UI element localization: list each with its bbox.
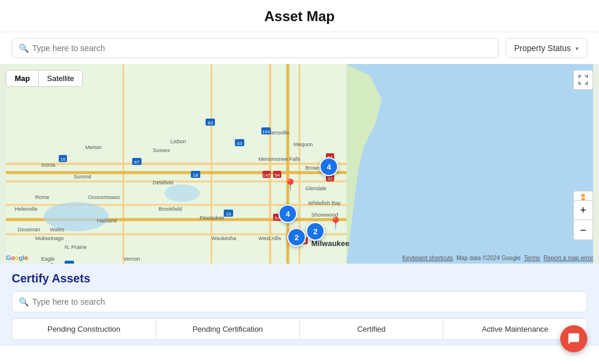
svg-text:83: 83 xyxy=(237,141,243,146)
svg-text:Mequon: Mequon xyxy=(294,141,313,147)
fullscreen-button[interactable] xyxy=(573,70,593,90)
svg-text:Helenville: Helenville xyxy=(15,206,38,212)
svg-text:Lisbon: Lisbon xyxy=(170,139,186,144)
map-pin-2[interactable]: 📍 xyxy=(328,216,343,230)
svg-text:Mukwonago: Mukwonago xyxy=(35,235,64,241)
zoom-in-button[interactable]: + xyxy=(573,200,593,220)
svg-text:16: 16 xyxy=(60,157,66,162)
zoom-controls: + − xyxy=(573,200,593,240)
svg-rect-0 xyxy=(346,64,593,264)
svg-text:94: 94 xyxy=(275,173,280,178)
search-icon: 🔍 xyxy=(19,43,29,53)
svg-text:Vernon: Vernon xyxy=(123,256,140,262)
svg-text:Whitefish Bay: Whitefish Bay xyxy=(308,200,341,206)
bottom-search-icon: 🔍 xyxy=(19,297,29,306)
bottom-search-wrapper: 🔍 xyxy=(12,291,587,312)
cluster-marker-3[interactable]: 2 xyxy=(306,222,325,241)
svg-text:N. Prairie: N. Prairie xyxy=(65,244,87,250)
svg-text:32: 32 xyxy=(328,176,333,181)
map-container: Mukwonago Palmyra Oconomowoc Hartland Ix… xyxy=(0,64,599,264)
svg-point-15 xyxy=(164,184,200,202)
tab-pending-certification[interactable]: Pending Certification xyxy=(156,318,300,340)
google-logo: Google xyxy=(6,254,28,261)
svg-text:Eagle: Eagle xyxy=(41,256,55,262)
svg-text:Ixonia: Ixonia xyxy=(41,162,55,168)
svg-text:Rome: Rome xyxy=(35,194,49,200)
svg-text:Wales: Wales xyxy=(50,227,65,232)
svg-text:Delafield: Delafield xyxy=(153,180,173,186)
svg-text:Hartland: Hartland xyxy=(97,218,117,224)
tab-certified[interactable]: Certified xyxy=(300,318,443,340)
map-attribution: Keyboard shortcuts Map data ©2024 Google… xyxy=(402,255,593,261)
map-view-toggle: Map Satellite xyxy=(6,70,83,87)
svg-text:83: 83 xyxy=(208,120,213,126)
search-wrapper: 🔍 xyxy=(12,38,499,58)
svg-text:Dousman: Dousman xyxy=(18,227,41,232)
tab-pending-construction[interactable]: Pending Construction xyxy=(12,318,156,340)
cluster-marker-1[interactable]: 4 xyxy=(319,157,338,176)
svg-text:Sussex: Sussex xyxy=(153,147,170,153)
map-pin-1[interactable]: 📍 xyxy=(283,178,298,192)
cluster-marker-4[interactable]: 2 xyxy=(287,228,306,247)
chat-fab-button[interactable] xyxy=(560,325,587,352)
svg-text:Menomonee Falls: Menomonee Falls xyxy=(258,156,301,162)
property-status-label: Property Status xyxy=(514,43,571,53)
svg-text:18: 18 xyxy=(193,173,198,178)
zoom-out-button[interactable]: − xyxy=(573,220,593,240)
svg-point-96 xyxy=(581,194,585,197)
svg-text:67: 67 xyxy=(134,160,140,165)
bottom-search-input[interactable] xyxy=(12,291,587,312)
svg-text:Glendale: Glendale xyxy=(305,186,327,191)
property-status-dropdown[interactable]: Property Status ▾ xyxy=(506,38,588,58)
svg-text:Merton: Merton xyxy=(85,144,102,150)
svg-text:Waukesha: Waukesha xyxy=(211,235,236,241)
svg-text:106: 106 xyxy=(65,262,73,264)
svg-text:18: 18 xyxy=(226,211,231,217)
svg-text:Pewaukee: Pewaukee xyxy=(200,215,224,221)
toolbar: 🔍 Property Status ▾ xyxy=(0,32,599,64)
svg-text:Summit: Summit xyxy=(73,174,92,180)
svg-text:164: 164 xyxy=(262,129,270,134)
satellite-view-button[interactable]: Satellite xyxy=(39,70,83,87)
status-tabs: Pending Construction Pending Certificati… xyxy=(12,318,587,340)
svg-text:Brookfield: Brookfield xyxy=(159,206,182,212)
bottom-section: Certify Assets 🔍 Pending Construction Pe… xyxy=(0,264,599,346)
certify-assets-title: Certify Assets xyxy=(12,272,587,285)
page-title: Asset Map xyxy=(0,0,599,32)
chevron-down-icon: ▾ xyxy=(576,45,578,52)
cluster-marker-2[interactable]: 4 xyxy=(278,204,297,223)
svg-text:Oconomowoc: Oconomowoc xyxy=(88,194,121,200)
search-input[interactable] xyxy=(12,38,499,58)
svg-text:145: 145 xyxy=(263,173,271,178)
svg-text:West Allis: West Allis xyxy=(258,235,281,241)
map-view-button[interactable]: Map xyxy=(6,70,39,87)
